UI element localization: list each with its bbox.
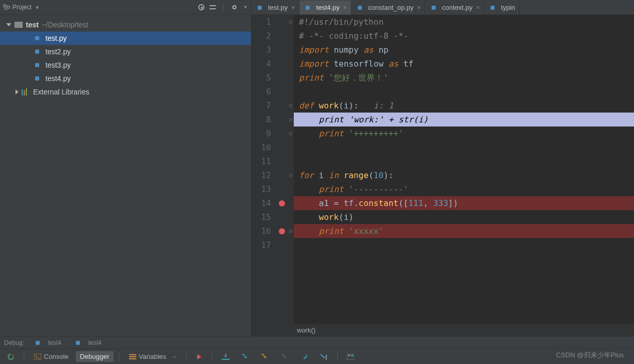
tree-file[interactable]: test4.py [0,72,251,85]
debug-sessions-strip: Debug: test4 test4 [0,336,634,349]
python-file-icon [33,61,41,69]
editor-tab[interactable]: test.py× [251,1,299,14]
step-into-my-code-button[interactable] [257,352,273,362]
dropdown-icon[interactable]: ▼ [35,5,40,10]
gear-icon[interactable] [231,4,238,11]
tree-file[interactable]: test2.py [0,45,251,58]
svg-rect-2 [34,354,41,360]
svg-rect-4 [129,356,136,357]
external-libraries[interactable]: External Libraries [0,85,251,99]
breadcrumb: work() [251,324,634,336]
python-file-icon [430,4,438,12]
locate-icon[interactable] [198,4,204,10]
breakpoint-marker[interactable] [279,200,285,207]
editor-tab[interactable]: constant_op.py× [352,1,425,14]
close-icon[interactable]: × [343,4,347,11]
hide-icon[interactable]: ▼ [243,5,248,10]
console-icon [34,353,42,361]
editor-tab[interactable]: test4.py× [299,1,352,14]
svg-rect-8 [347,354,354,360]
code-area[interactable]: #!/usr/bin/python# -*- coding:utf-8 -*-i… [294,15,634,324]
close-icon[interactable]: × [417,4,421,11]
project-tree: test ~/Desktop/test test.py test2.py tes… [0,15,251,102]
svg-rect-3 [129,354,136,355]
svg-rect-1 [7,6,10,8]
step-into-button[interactable] [237,352,253,362]
variables-icon [129,353,137,361]
folder-icon [14,22,23,28]
variables-button[interactable]: Variables→ [124,351,181,362]
python-file-icon [488,4,497,12]
python-file-icon [256,4,264,12]
editor[interactable]: 1234567891011121314151617 ⊟⊟⊟⊟⊟⊟ #!/usr/… [251,15,634,324]
editor-tabs: test.py× test4.py× constant_op.py× conte… [251,0,634,15]
svg-rect-10 [351,355,353,356]
watermark: CSDN @归来少年Plus [556,351,624,360]
tree-file[interactable]: test.py [0,31,251,45]
close-icon[interactable]: × [291,4,295,11]
project-toolwindow-header: Project ▼ ▼ [0,0,251,15]
project-label: Project [12,4,31,11]
chevron-down-icon [6,23,11,26]
chevron-right-icon [15,89,19,94]
debug-session[interactable]: test4 [71,338,105,348]
svg-rect-6 [221,359,230,360]
line-number-gutter: 1234567891011121314151617 [251,15,276,324]
tree-file[interactable]: test3.py [0,58,251,72]
python-file-icon [33,48,41,56]
python-file-icon [33,34,41,42]
breakpoint-gutter[interactable] [276,15,288,324]
project-view-icon [3,4,10,11]
show-execution-point-button[interactable] [192,352,207,362]
fold-gutter[interactable]: ⊟⊟⊟⊟⊟⊟ [288,15,294,324]
svg-rect-5 [129,358,136,359]
debugger-tab-button[interactable]: Debugger [76,351,114,362]
svg-rect-7 [326,355,327,360]
console-tab-button[interactable]: Console [29,351,73,362]
editor-tab[interactable]: typin [484,1,519,14]
python-icon [74,339,82,347]
python-icon [34,339,42,347]
python-file-icon [33,74,41,83]
debug-toolbar: Console Debugger Variables→ CSDN @归来少年Pl… [0,349,634,364]
collapse-all-icon[interactable] [210,4,216,10]
svg-rect-0 [4,5,6,7]
breakpoint-marker[interactable] [279,228,285,234]
debug-label: Debug: [4,339,24,346]
project-sidebar: Project ▼ ▼ test ~/Desktop/test test.py … [0,0,251,336]
force-step-into-button[interactable] [276,352,293,362]
step-out-button[interactable] [296,352,312,362]
debug-session[interactable]: test4 [30,338,65,348]
svg-rect-9 [348,355,350,356]
editor-tab[interactable]: context.py× [425,1,484,14]
rerun-button[interactable] [3,352,19,362]
python-file-icon [356,4,364,12]
run-to-cursor-button[interactable] [315,352,332,362]
project-root[interactable]: test ~/Desktop/test [0,18,251,31]
evaluate-expression-button[interactable] [343,352,358,361]
close-icon[interactable]: × [476,4,480,11]
editor-pane: test.py× test4.py× constant_op.py× conte… [251,0,634,336]
step-over-button[interactable] [217,352,234,362]
python-file-icon [304,4,312,12]
libraries-icon [22,88,29,96]
